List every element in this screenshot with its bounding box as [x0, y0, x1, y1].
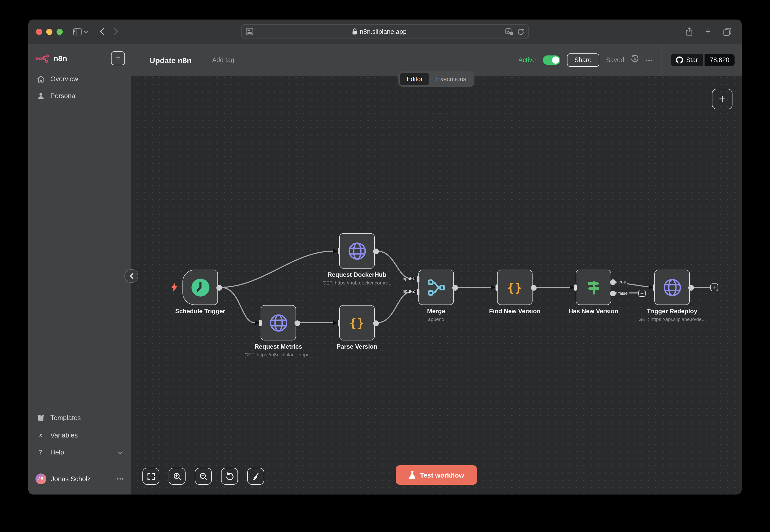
input-port[interactable] [653, 284, 655, 291]
sidebar-collapse-button[interactable] [124, 269, 138, 283]
new-workflow-button[interactable]: + [111, 51, 125, 65]
user-name: Jonas Scholz [51, 475, 91, 483]
node-trigger-redeploy[interactable]: Trigger Redeploy GET: https://api.slipla… [654, 270, 690, 305]
reload-icon[interactable] [517, 28, 524, 35]
canvas-controls [142, 468, 264, 485]
svg-text:✕: ✕ [510, 31, 513, 34]
output-port[interactable] [452, 285, 458, 291]
input-port[interactable] [574, 284, 577, 291]
brand-name: n8n [53, 54, 67, 63]
output-port[interactable] [688, 285, 694, 291]
globe-icon [347, 241, 367, 261]
output-port[interactable] [295, 320, 300, 326]
translate-icon[interactable]: A✕ [505, 28, 513, 35]
lock-icon [352, 28, 357, 35]
sidebar-item-variables[interactable]: x Variables [28, 426, 131, 444]
output-port[interactable] [373, 249, 379, 254]
add-tag-button[interactable]: + Add tag [207, 56, 234, 64]
chevron-down-icon[interactable] [84, 30, 88, 33]
add-node-false-branch-button[interactable]: + [639, 289, 646, 297]
sidebar-item-help[interactable]: ? Help [28, 444, 131, 461]
node-merge[interactable]: Input 1 Input 2 Merge append [418, 270, 454, 305]
home-icon [36, 75, 45, 82]
workflow-canvas[interactable]: Editor Executions [131, 76, 742, 495]
output-true-label: true [617, 279, 627, 284]
back-button[interactable] [100, 28, 104, 35]
share-icon[interactable] [686, 27, 693, 36]
user-menu[interactable]: JS Jonas Scholz ••• [28, 465, 131, 495]
input-port[interactable] [259, 320, 262, 326]
sidebar-item-personal[interactable]: Personal [28, 87, 131, 104]
more-options-button[interactable]: ••• [646, 57, 653, 63]
output-port[interactable] [217, 285, 222, 291]
test-workflow-label: Test workflow [420, 471, 464, 479]
output-port[interactable] [373, 320, 379, 326]
node-parse-version[interactable]: {} Parse Version [339, 305, 375, 340]
minimize-button[interactable] [46, 29, 52, 35]
output-port[interactable] [531, 285, 537, 291]
clock-icon [190, 278, 210, 297]
input-port-1[interactable] [417, 276, 419, 282]
tidy-up-button[interactable] [247, 468, 264, 485]
signpost-icon [584, 278, 603, 297]
node-title: Request Metrics [255, 343, 302, 350]
node-title: Parse Version [337, 343, 378, 350]
reset-zoom-button[interactable] [221, 468, 238, 485]
chevron-down-icon [118, 448, 123, 456]
node-subtitle: GET: https://api.sliplane.io/de... [639, 316, 706, 322]
sidebar-item-label: Templates [50, 414, 81, 422]
tab-executions[interactable]: Executions [429, 73, 473, 85]
tab-overview-icon[interactable] [723, 27, 731, 36]
sidebar-item-label: Personal [50, 92, 77, 100]
test-workflow-button[interactable]: Test workflow [396, 465, 477, 485]
page-settings-icon[interactable] [246, 28, 254, 35]
user-more-button[interactable]: ••• [117, 476, 124, 482]
active-toggle[interactable] [542, 55, 560, 65]
sidebar-item-label: Overview [50, 75, 78, 83]
zoom-in-button[interactable] [168, 468, 185, 485]
sidebar-item-templates[interactable]: Templates [28, 409, 131, 426]
node-find-new-version[interactable]: {} Find New Version [497, 270, 532, 305]
add-node-after-redeploy-button[interactable]: + [710, 283, 718, 291]
zoom-out-button[interactable] [195, 468, 212, 485]
sidebar-toggle-icon[interactable] [73, 28, 82, 35]
new-tab-icon[interactable]: + [705, 26, 711, 37]
forward-button[interactable] [113, 28, 118, 35]
history-icon[interactable] [631, 55, 639, 65]
window-controls [36, 29, 63, 35]
node-request-dockerhub[interactable]: Request DockerHub GET: https://hub.docke… [339, 233, 375, 269]
node-schedule-trigger[interactable]: Schedule Trigger [182, 270, 218, 305]
star-label: Star [686, 56, 698, 64]
node-title: Find New Version [489, 308, 540, 315]
address-bar[interactable]: n8n.sliplane.app A✕ [241, 24, 529, 39]
maximize-button[interactable] [56, 29, 63, 35]
github-star-widget[interactable]: Star 78,820 [671, 54, 735, 66]
lightning-icon [171, 282, 178, 294]
github-icon [676, 56, 683, 64]
input-port-2[interactable] [417, 289, 419, 295]
fit-view-button[interactable] [142, 468, 159, 485]
box-icon [36, 414, 45, 421]
input-port[interactable] [338, 320, 340, 326]
node-has-new-version[interactable]: true false Has New Version [576, 270, 611, 305]
add-node-button[interactable]: + [712, 89, 733, 109]
avatar: JS [35, 473, 46, 484]
output-port-false[interactable] [610, 291, 616, 296]
workflow-title[interactable]: Update n8n [149, 56, 191, 64]
close-button[interactable] [36, 29, 42, 35]
sidebar-item-overview[interactable]: Overview [28, 70, 131, 87]
node-title: Has New Version [568, 308, 618, 315]
input-port[interactable] [338, 248, 340, 254]
input-2-label: Input 2 [401, 289, 415, 294]
n8n-logo-icon [35, 54, 49, 62]
share-button[interactable]: Share [567, 53, 599, 67]
output-port-true[interactable] [610, 279, 616, 285]
node-title: Merge [427, 308, 445, 315]
tab-editor[interactable]: Editor [400, 73, 429, 85]
svg-text:A: A [507, 29, 510, 33]
browser-toolbar: n8n.sliplane.app A✕ + [28, 20, 742, 44]
node-title: Request DockerHub [327, 271, 386, 278]
input-port[interactable] [495, 284, 498, 291]
node-request-metrics[interactable]: Request Metrics GET: https://n8n.sliplan… [261, 305, 296, 340]
active-label: Active [518, 56, 536, 64]
